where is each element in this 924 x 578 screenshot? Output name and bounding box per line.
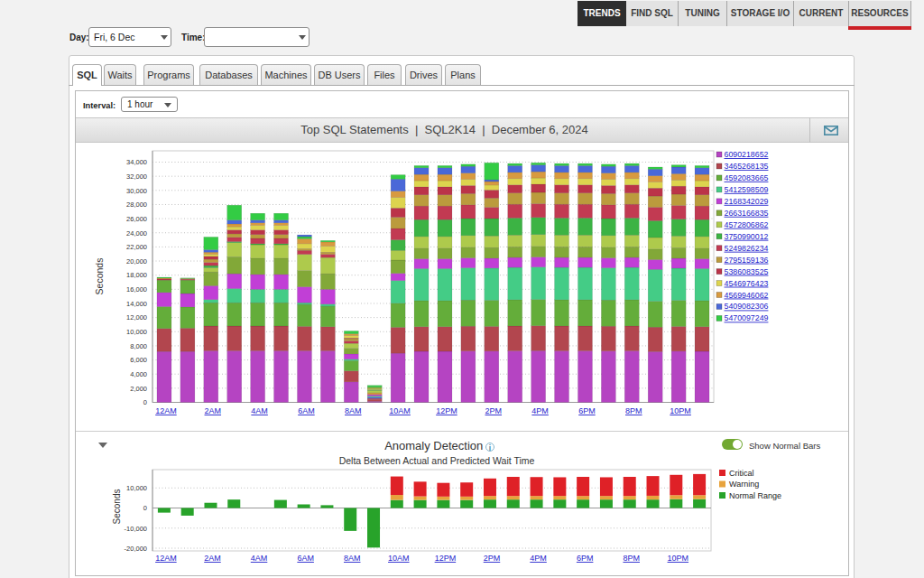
svg-text:Normal Range: Normal Range [729,491,781,500]
svg-text:4PM: 4PM [530,554,547,563]
svg-text:Seconds: Seconds [112,489,122,525]
svg-text:2PM: 2PM [485,406,503,415]
svg-text:2663166835: 2663166835 [725,209,769,218]
svg-text:28,000: 28,000 [126,200,147,209]
svg-text:0: 0 [143,504,147,512]
svg-text:6AM: 6AM [298,406,315,415]
svg-text:2PM: 2PM [484,554,501,563]
svg-text:6AM: 6AM [297,554,314,563]
svg-text:12PM: 12PM [436,406,457,415]
svg-text:4,000: 4,000 [130,370,147,378]
svg-text:10AM: 10AM [389,406,411,415]
svg-text:Warning: Warning [729,480,759,489]
svg-text:8,000: 8,000 [130,342,147,350]
svg-text:10,000: 10,000 [126,328,147,336]
svg-text:16,000: 16,000 [126,285,147,294]
svg-text:Seconds: Seconds [94,258,105,295]
svg-text:8PM: 8PM [625,406,642,415]
svg-text:14,000: 14,000 [126,300,147,308]
svg-text:8AM: 8AM [345,406,362,415]
svg-text:12AM: 12AM [155,554,177,563]
svg-text:6PM: 6PM [578,406,596,415]
svg-text:-10,000: -10,000 [125,525,147,533]
svg-text:4PM: 4PM [531,406,549,415]
svg-text:20,000: 20,000 [126,257,147,266]
svg-text:4572806862: 4572806862 [725,220,769,229]
svg-text:5249826234: 5249826234 [725,244,769,253]
svg-text:4569946062: 4569946062 [725,291,769,300]
svg-text:2,000: 2,000 [130,385,147,393]
svg-text:2AM: 2AM [205,406,222,415]
svg-text:10AM: 10AM [388,554,410,563]
svg-text:-20,000: -20,000 [125,545,147,553]
svg-text:2168342029: 2168342029 [725,197,769,206]
svg-text:32,000: 32,000 [126,172,147,181]
svg-text:18,000: 18,000 [126,271,147,279]
svg-text:3465268135: 3465268135 [725,162,769,171]
svg-text:10,000: 10,000 [126,484,147,492]
svg-text:4592083665: 4592083665 [725,173,769,182]
svg-text:8AM: 8AM [344,554,361,563]
svg-text:2795159136: 2795159136 [725,256,769,265]
svg-text:12AM: 12AM [155,406,177,415]
svg-text:Critical: Critical [729,469,754,478]
svg-text:10PM: 10PM [668,554,689,563]
svg-text:8PM: 8PM [623,554,640,563]
svg-text:4546976423: 4546976423 [725,279,769,288]
svg-text:4AM: 4AM [251,554,268,563]
svg-text:5470097249: 5470097249 [725,313,769,322]
svg-text:6090218652: 6090218652 [725,150,769,159]
svg-text:6PM: 6PM [577,554,594,563]
svg-text:12PM: 12PM [435,554,457,563]
svg-text:4AM: 4AM [251,406,268,415]
svg-text:5409082306: 5409082306 [725,302,769,311]
svg-text:24,000: 24,000 [126,229,147,238]
svg-text:2AM: 2AM [204,554,221,563]
svg-text:10PM: 10PM [670,406,691,415]
svg-text:34,000: 34,000 [126,158,147,166]
svg-text:22,000: 22,000 [126,243,147,251]
svg-text:5412598509: 5412598509 [725,185,769,194]
svg-text:6,000: 6,000 [130,356,147,364]
svg-text:12,000: 12,000 [126,313,147,322]
svg-text:5386083525: 5386083525 [725,267,769,276]
svg-text:30,000: 30,000 [126,187,147,195]
svg-text:0: 0 [143,398,147,406]
svg-text:26,000: 26,000 [126,215,147,223]
svg-text:3750990012: 3750990012 [725,232,769,241]
